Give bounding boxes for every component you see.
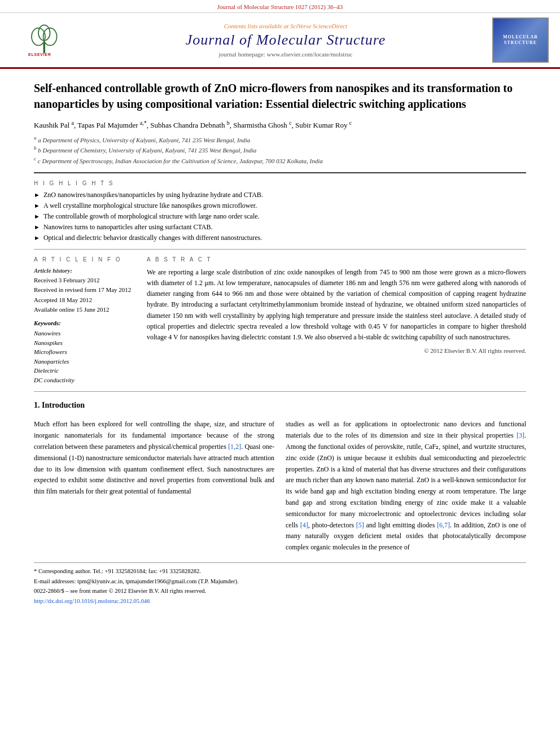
- journal-title: Journal of Molecular Structure: [79, 32, 492, 49]
- ref-1-2[interactable]: [1,2]: [228, 443, 241, 451]
- issn-line: 0022-2860/$ – see front matter © 2012 El…: [34, 587, 526, 596]
- bullet-arrow-icon: ►: [34, 202, 40, 209]
- article-info-label: A R T I C L E I N F O: [34, 256, 135, 263]
- bullet-arrow-icon: ►: [34, 234, 40, 241]
- intro-left-column: Much effort has been explored for well c…: [34, 419, 274, 553]
- elsevier-logo-icon: ELSEVIER: [23, 23, 68, 57]
- divider-after-highlights: [34, 249, 526, 250]
- keyword-2: Nanospikes: [34, 338, 135, 348]
- keyword-1: Nanowires: [34, 329, 135, 338]
- ref-6-7[interactable]: [6,7]: [437, 521, 450, 529]
- divider-after-abstract: [34, 391, 526, 392]
- doi-link[interactable]: http://dx.doi.org/10.1016/j.molstruc.201…: [34, 598, 150, 604]
- abstract-text: We are reporting a large scale distribut…: [147, 267, 526, 343]
- accepted-date: Accepted 18 May 2012: [34, 296, 135, 304]
- affiliation-c: c c Department of Spectroscopy, Indian A…: [34, 155, 526, 165]
- article-history-title: Article history:: [34, 267, 135, 274]
- ref-4[interactable]: [4]: [300, 521, 308, 529]
- bullet-arrow-icon: ►: [34, 213, 40, 220]
- email-footnote: E-mail addresses: tpm@klyuniv.ac.in, tpm…: [34, 578, 526, 586]
- abstract-section: A B S T R A C T We are reporting a large…: [147, 256, 526, 385]
- info-abstract-section: A R T I C L E I N F O Article history: R…: [34, 256, 526, 385]
- intro-right-column: studies as well as for applications in o…: [286, 419, 526, 553]
- bullet-arrow-icon: ►: [34, 224, 40, 230]
- affiliation-b: b b Department of Chemistry, University …: [34, 145, 526, 155]
- article-title: Self-enhanced controllable growth of ZnO…: [34, 80, 526, 112]
- abstract-label: A B S T R A C T: [147, 256, 526, 263]
- available-online-date: Available online 15 June 2012: [34, 305, 135, 314]
- svg-rect-0: [43, 42, 45, 53]
- journal-reference-text: Journal of Molecular Structure 1027 (201…: [217, 3, 343, 10]
- ref-5[interactable]: [5]: [356, 521, 364, 529]
- keywords-title: Keywords:: [34, 320, 135, 326]
- introduction-section: 1. Introduction Much effort has been exp…: [34, 401, 526, 553]
- section-title: Introduction: [42, 401, 85, 409]
- received-revised-date: Received in revised form 17 May 2012: [34, 286, 135, 294]
- highlight-item-1: ► ZnO nanowires/nanospikes/nanoparticles…: [34, 191, 526, 199]
- author-names: Kaushik Pal a, Tapas Pal Majumder a,*, S…: [34, 121, 352, 129]
- highlight-item-3: ► The controllable growth of morphologic…: [34, 212, 526, 221]
- highlight-item-2: ► A well crystalline morphological struc…: [34, 202, 526, 210]
- introduction-heading: 1. Introduction: [34, 401, 526, 410]
- ref-3[interactable]: [3]: [517, 431, 524, 439]
- highlight-item-5: ► Optical and dielectric behavior drasti…: [34, 234, 526, 242]
- footnote-section: * Corresponding author. Tel.: +91 332582…: [34, 562, 526, 606]
- introduction-content: Much effort has been explored for well c…: [34, 419, 526, 553]
- intro-left-text: Much effort has been explored for well c…: [34, 419, 274, 497]
- journal-title-area: Contents lists available at SciVerse Sci…: [79, 23, 492, 58]
- keyword-5: Dielectric: [34, 366, 135, 375]
- keywords-section: Keywords: Nanowires Nanospikes Microflow…: [34, 320, 135, 385]
- affiliations: a a Department of Physics, University of…: [34, 134, 526, 165]
- email-addresses: tpm@klyuniv.ac.in, tpmajumder1966@gmail.…: [77, 578, 239, 584]
- journal-header: ELSEVIER Contents lists available at Sci…: [0, 13, 560, 69]
- doi-line: http://dx.doi.org/10.1016/j.molstruc.201…: [34, 597, 526, 606]
- intro-right-text: studies as well as for applications in o…: [286, 419, 526, 553]
- highlights-section: H I G H L I G H T S ► ZnO nanowires/nano…: [34, 180, 526, 242]
- authors-line: Kaushik Pal a, Tapas Pal Majumder a,*, S…: [34, 120, 526, 130]
- keyword-6: DC conductivity: [34, 375, 135, 385]
- sciverse-text: Contents lists available at SciVerse Sci…: [79, 23, 492, 29]
- elsevier-logo-area: ELSEVIER: [11, 23, 79, 57]
- article-info-panel: A R T I C L E I N F O Article history: R…: [34, 256, 135, 385]
- email-label: E-mail addresses:: [34, 578, 76, 584]
- keyword-4: Nanoparticles: [34, 357, 135, 366]
- journal-homepage: journal homepage: www.elsevier.com/locat…: [79, 51, 492, 58]
- affiliation-a: a a Department of Physics, University of…: [34, 134, 526, 145]
- article-body: Self-enhanced controllable growth of ZnO…: [0, 69, 560, 619]
- corresponding-author-note: * Corresponding author. Tel.: +91 332582…: [34, 567, 526, 576]
- divider-after-affiliations: [34, 172, 526, 173]
- cover-text: MOLECULAR STRUCTURE: [503, 34, 538, 45]
- sciverse-link-text[interactable]: SciVerse ScienceDirect: [290, 23, 347, 29]
- section-number: 1.: [34, 401, 40, 409]
- copyright-line: © 2012 Elsevier B.V. All rights reserved…: [147, 347, 526, 354]
- keyword-3: Microflowers: [34, 347, 135, 357]
- highlight-item-4: ► Nanowires turns to nanoparticles after…: [34, 223, 526, 231]
- journal-reference-bar: Journal of Molecular Structure 1027 (201…: [0, 0, 560, 13]
- bullet-arrow-icon: ►: [34, 191, 40, 198]
- journal-cover-image: MOLECULAR STRUCTURE: [492, 18, 549, 63]
- received-date: Received 3 February 2012: [34, 276, 135, 285]
- svg-text:ELSEVIER: ELSEVIER: [28, 53, 51, 56]
- highlights-label: H I G H L I G H T S: [34, 180, 526, 186]
